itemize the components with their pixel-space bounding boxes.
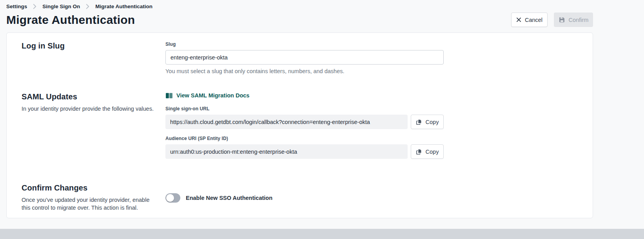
slug-helper-text: You must select a slug that only contain… — [165, 68, 444, 74]
login-slug-heading: Log in Slug — [22, 41, 154, 50]
slug-input[interactable] — [165, 50, 444, 65]
copy-icon — [416, 149, 422, 155]
audience-uri-field: urn:auth0:us-production-mt:enteng-enterp… — [165, 144, 408, 159]
confirm-button[interactable]: Confirm — [554, 13, 593, 27]
view-saml-migration-docs-link[interactable]: View SAML Migration Docs — [165, 92, 249, 99]
cancel-button-label: Cancel — [525, 17, 542, 23]
confirm-changes-heading: Confirm Changes — [22, 183, 154, 192]
x-icon — [516, 17, 521, 22]
book-icon — [165, 93, 173, 99]
bottom-strip — [0, 229, 644, 239]
copy-button-label: Copy — [426, 149, 439, 155]
breadcrumb-current-page: Migrate Authentication — [95, 4, 152, 9]
copy-icon — [416, 119, 422, 125]
section-login-slug: Log in Slug Slug You must select a slug … — [22, 41, 578, 74]
header-actions: Cancel Confirm — [511, 13, 593, 27]
breadcrumb: Settings Single Sign On Migrate Authenti… — [0, 0, 644, 9]
section-saml-updates: SAML Updates In your identity provider p… — [22, 92, 578, 165]
slug-label: Slug — [165, 41, 444, 47]
docs-link-label: View SAML Migration Docs — [176, 92, 249, 99]
copy-audience-uri-button[interactable]: Copy — [411, 144, 444, 159]
chevron-right-icon — [33, 4, 36, 9]
section-confirm-changes: Confirm Changes Once you’ve updated your… — [22, 183, 578, 212]
toggle-knob — [166, 194, 174, 202]
save-icon — [559, 16, 565, 23]
sso-url-label: Single sign-on URL — [165, 106, 444, 111]
breadcrumb-settings[interactable]: Settings — [6, 4, 27, 9]
audience-uri-label: Audience URI (SP Entity ID) — [165, 136, 444, 141]
sso-url-field: https://auth.cloud.getdbt.com/login/call… — [165, 115, 408, 129]
saml-updates-subtitle: In your identity provider provide the fo… — [22, 105, 154, 113]
copy-sso-url-button[interactable]: Copy — [411, 115, 444, 129]
cancel-button[interactable]: Cancel — [511, 13, 548, 27]
enable-new-sso-toggle-label: Enable New SSO Authentication — [186, 195, 272, 201]
page-title: Migrate Authentication — [6, 13, 135, 27]
saml-updates-heading: SAML Updates — [22, 92, 154, 101]
confirm-button-label: Confirm — [569, 17, 589, 23]
copy-button-label: Copy — [426, 119, 439, 125]
title-row: Migrate Authentication Cancel — [0, 9, 599, 27]
confirm-changes-description: Once you’ve updated your identity provid… — [22, 196, 154, 212]
migrate-authentication-page: Settings Single Sign On Migrate Authenti… — [0, 0, 644, 239]
migrate-auth-card: Log in Slug Slug You must select a slug … — [6, 32, 593, 218]
enable-new-sso-toggle[interactable] — [165, 193, 180, 203]
chevron-right-icon — [86, 4, 89, 9]
breadcrumb-single-sign-on[interactable]: Single Sign On — [42, 4, 80, 9]
